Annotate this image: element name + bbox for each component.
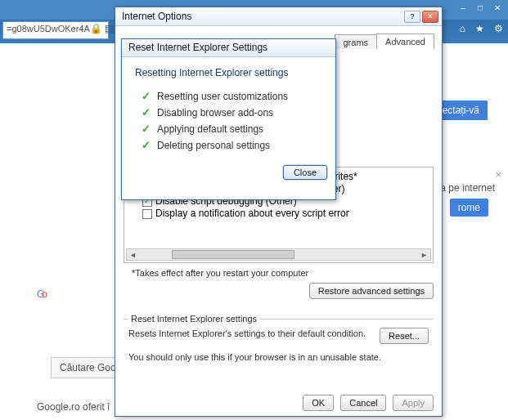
reset-section: Reset Internet Explorer settings Resets … (124, 307, 434, 365)
dialog-buttons: OK Cancel Apply (124, 385, 434, 411)
checkbox-unchecked-icon[interactable] (142, 209, 152, 219)
horizontal-scrollbar[interactable]: ◄ ► (126, 248, 431, 261)
reset-description: Resets Internet Explorer's settings to t… (128, 328, 370, 339)
window-close-icon[interactable]: ✕ (490, 2, 505, 13)
toolbar-icons: ⌂ ★ ⚙ (460, 23, 503, 34)
scroll-left-icon[interactable]: ◄ (127, 249, 139, 260)
reset-step: Resetting user customizations (157, 88, 288, 105)
dialog-titlebar[interactable]: Internet Options ? ✕ (115, 7, 442, 26)
footer-text: Google.ro oferit î (37, 401, 110, 413)
cancel-button[interactable]: Cancel (340, 395, 386, 411)
reset-legend: Reset Internet Explorer settings (128, 314, 259, 324)
restore-advanced-button[interactable]: Restore advanced settings (309, 283, 434, 299)
check-icon: ✓ (142, 88, 151, 105)
reset-warning: You should only use this if your browser… (128, 352, 429, 362)
reset-step: Applying default settings (157, 121, 263, 137)
reset-button[interactable]: Reset... (380, 328, 429, 344)
tab-programs[interactable]: grams (335, 34, 378, 49)
check-icon: ✓ (142, 121, 151, 137)
ok-button[interactable]: OK (303, 395, 334, 411)
google-logo: Go (37, 252, 45, 310)
home-icon[interactable]: ⌂ (460, 23, 465, 34)
reset-step: Disabling browser add-ons (157, 105, 273, 121)
tab-advanced[interactable]: Advanced (376, 34, 434, 49)
scroll-thumb[interactable] (172, 250, 294, 259)
dialog-help-button[interactable]: ? (404, 11, 420, 23)
dialog-close-button[interactable]: ✕ (422, 11, 438, 23)
dialog-title: Internet Options (122, 11, 191, 22)
promo-chrome-button[interactable]: rome (450, 199, 488, 217)
address-bar-icons: 🔒 ▤ (90, 23, 118, 36)
restart-note: *Takes effect after you restart your com… (132, 268, 434, 278)
check-icon: ✓ (142, 137, 151, 154)
window-maximize-icon[interactable]: □ (473, 2, 488, 13)
scroll-right-icon[interactable]: ► (418, 249, 430, 260)
reset-steps-list: ✓Resetting user customizations ✓Disablin… (135, 88, 322, 154)
favorites-icon[interactable]: ★ (475, 23, 484, 34)
apply-button[interactable]: Apply (393, 395, 434, 411)
reset-heading: Resetting Internet Explorer settings (135, 67, 322, 78)
reset-dialog-title[interactable]: Reset Internet Explorer Settings (122, 39, 335, 57)
browser-window-controls: – □ ✕ (456, 2, 505, 13)
setting-notify: Display a notification about every scrip… (155, 208, 349, 220)
lock-icon: 🔒 (90, 23, 103, 36)
window-minimize-icon[interactable]: – (456, 2, 470, 13)
reset-close-button[interactable]: Close (283, 165, 327, 180)
reset-progress-dialog: Reset Internet Explorer Settings Resetti… (121, 38, 336, 200)
promo-close-icon[interactable]: × (495, 168, 501, 181)
tools-icon[interactable]: ⚙ (494, 23, 503, 34)
check-icon: ✓ (142, 105, 151, 121)
reset-step: Deleting personal settings (157, 137, 270, 154)
